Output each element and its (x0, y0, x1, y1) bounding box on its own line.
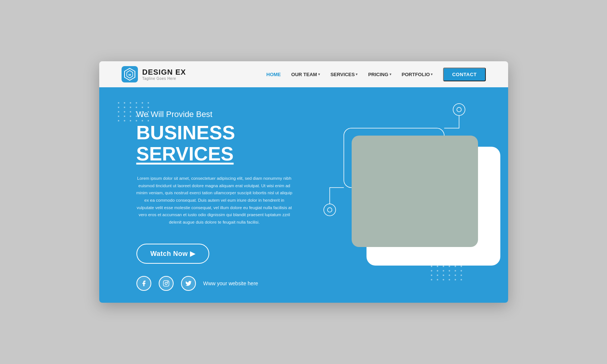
twitter-icon[interactable] (181, 276, 196, 291)
hero-image-area (336, 95, 508, 303)
logo-icon: M (122, 66, 138, 82)
hero-subtitle: We Will Provide Best (136, 110, 324, 119)
hero-footer: Www your website here (136, 276, 258, 291)
chevron-down-icon: ▾ (431, 72, 433, 76)
nav-home[interactable]: HOME (267, 72, 281, 77)
logo-area: M DESIGN EX Tagline Goes Here (122, 66, 186, 82)
image-placeholder (352, 136, 478, 247)
logo-tagline: Tagline Goes Here (142, 77, 186, 81)
svg-point-7 (327, 208, 332, 212)
instagram-icon[interactable] (159, 276, 174, 291)
chevron-down-icon: ▾ (390, 72, 391, 76)
hero-body-text: Lorem ipsum dolor sit amet, consectetuer… (136, 175, 293, 226)
nav-our-team[interactable]: OUR TEAM ▾ (291, 72, 320, 77)
website-label: Www your website here (203, 280, 258, 286)
contact-button[interactable]: CONTACT (443, 68, 485, 81)
hero-section: We Will Provide Best BUSINESS SERVICES L… (99, 87, 508, 303)
hero-title-underline: SERVICES (136, 143, 234, 165)
watch-now-button[interactable]: Watch Now ▶ (136, 244, 210, 264)
svg-rect-9 (163, 281, 169, 286)
svg-text:M: M (128, 73, 131, 77)
svg-point-11 (167, 282, 168, 282)
svg-point-6 (324, 204, 336, 216)
logo-title: DESIGN EX (142, 68, 186, 77)
hero-content: We Will Provide Best BUSINESS SERVICES L… (99, 87, 324, 264)
browser-wrapper: M DESIGN EX Tagline Goes Here HOME OUR T… (99, 61, 508, 303)
svg-point-4 (453, 104, 465, 116)
logo-text-block: DESIGN EX Tagline Goes Here (142, 68, 186, 81)
nav-pricing[interactable]: PRICING ▾ (368, 72, 391, 77)
image-card (352, 136, 493, 262)
nav-services[interactable]: SERVICES ▾ (330, 72, 358, 77)
svg-point-10 (165, 282, 167, 285)
navbar: M DESIGN EX Tagline Goes Here HOME OUR T… (99, 61, 508, 87)
nav-portfolio[interactable]: PORTFOLIO ▾ (402, 72, 433, 77)
hero-title: BUSINESS SERVICES (136, 122, 324, 165)
svg-point-5 (457, 107, 461, 112)
facebook-icon[interactable] (136, 276, 151, 291)
nav-links: HOME OUR TEAM ▾ SERVICES ▾ PRICING ▾ POR… (267, 68, 486, 81)
chevron-down-icon: ▾ (356, 72, 358, 76)
chevron-down-icon: ▾ (318, 72, 320, 76)
